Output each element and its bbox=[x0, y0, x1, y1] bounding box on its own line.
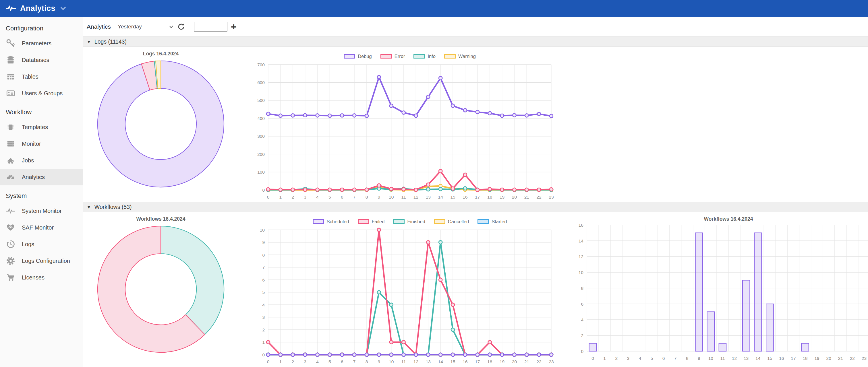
svg-text:0: 0 bbox=[581, 349, 584, 354]
svg-text:23: 23 bbox=[549, 195, 554, 199]
svg-text:1: 1 bbox=[262, 340, 265, 345]
section-header-logs[interactable]: ▼ Logs (11143) bbox=[83, 36, 868, 47]
sidebar-item-system-monitor[interactable]: System Monitor bbox=[0, 203, 83, 219]
sidebar-item-analytics[interactable]: Analytics bbox=[0, 169, 83, 186]
legend-label: Warning bbox=[458, 54, 476, 59]
legend-swatch bbox=[313, 219, 324, 224]
legend-item-debug[interactable]: Debug bbox=[344, 54, 372, 59]
svg-text:20: 20 bbox=[826, 356, 832, 361]
svg-text:5: 5 bbox=[262, 290, 265, 295]
svg-text:17: 17 bbox=[475, 359, 480, 364]
svg-text:10: 10 bbox=[708, 356, 714, 361]
svg-text:7: 7 bbox=[262, 265, 265, 270]
svg-text:15: 15 bbox=[450, 195, 455, 199]
svg-text:2: 2 bbox=[615, 356, 618, 361]
svg-text:10: 10 bbox=[260, 228, 265, 232]
svg-text:15: 15 bbox=[767, 356, 772, 361]
svg-text:2: 2 bbox=[291, 359, 294, 364]
svg-text:700: 700 bbox=[257, 62, 265, 67]
sidebar-item-jobs[interactable]: Jobs bbox=[0, 152, 83, 169]
sidebar-item-saf-monitor[interactable]: SAF Monitor bbox=[0, 219, 83, 236]
svg-text:13: 13 bbox=[744, 356, 749, 361]
date-range-select[interactable]: Yesterday bbox=[117, 22, 175, 31]
legend-item-error[interactable]: Error bbox=[380, 54, 405, 59]
svg-text:0: 0 bbox=[591, 356, 594, 361]
car-icon bbox=[6, 156, 16, 165]
legend-item-warning[interactable]: Warning bbox=[444, 54, 476, 59]
svg-text:9: 9 bbox=[378, 359, 380, 364]
add-button[interactable]: + bbox=[231, 22, 237, 32]
sidebar-item-label: Templates bbox=[22, 124, 48, 131]
svg-text:12: 12 bbox=[732, 356, 737, 361]
sidebar-item-label: Licenses bbox=[22, 274, 44, 281]
sidebar-item-licenses[interactable]: Licenses bbox=[0, 269, 83, 286]
section-header-workflows[interactable]: ▼ Workflows (53) bbox=[83, 202, 868, 212]
chevron-down-icon[interactable] bbox=[59, 5, 67, 12]
workflows-bar-chart[interactable]: 0246810121416012345678910111213141516171… bbox=[570, 223, 868, 363]
legend-label: Failed bbox=[372, 219, 385, 224]
svg-text:7: 7 bbox=[353, 195, 356, 199]
sidebar-item-users-groups[interactable]: Users & Groups bbox=[0, 85, 83, 102]
svg-text:14: 14 bbox=[438, 195, 443, 199]
svg-text:21: 21 bbox=[838, 356, 843, 361]
svg-text:23: 23 bbox=[862, 356, 867, 361]
workflows-line-chart[interactable]: 0123456789101112131415161718192021222301… bbox=[251, 227, 556, 367]
svg-text:5: 5 bbox=[329, 195, 331, 199]
sidebar-item-logs[interactable]: Logs bbox=[0, 236, 83, 253]
svg-text:1: 1 bbox=[279, 359, 282, 364]
legend-swatch bbox=[477, 219, 489, 224]
sidebar-item-label: Logs bbox=[22, 241, 34, 247]
sidebar-item-label: Tables bbox=[22, 73, 38, 80]
workflows-donut-block: Workflows 16.4.2024 bbox=[95, 216, 227, 354]
legend-swatch bbox=[393, 219, 405, 224]
legend-item-cancelled[interactable]: Cancelled bbox=[434, 219, 469, 224]
legend-label: Error bbox=[395, 54, 405, 59]
legend-swatch bbox=[434, 219, 445, 224]
svg-text:11: 11 bbox=[720, 356, 725, 361]
svg-text:4: 4 bbox=[262, 302, 265, 307]
chip-icon bbox=[6, 122, 16, 132]
legend-swatch bbox=[444, 54, 456, 59]
sidebar-item-label: SAF Monitor bbox=[22, 224, 54, 231]
legend-swatch bbox=[344, 54, 355, 59]
svg-text:22: 22 bbox=[537, 359, 541, 364]
sidebar-item-label: Logs Configuration bbox=[22, 258, 70, 264]
svg-text:2: 2 bbox=[262, 327, 265, 332]
section-title: Logs (11143) bbox=[94, 38, 127, 45]
svg-text:8: 8 bbox=[366, 195, 368, 199]
legend-label: Finished bbox=[407, 219, 425, 224]
svg-text:3: 3 bbox=[627, 356, 629, 361]
workflows-donut-chart[interactable] bbox=[95, 223, 227, 354]
svg-text:3: 3 bbox=[304, 195, 306, 199]
legend-item-failed[interactable]: Failed bbox=[358, 219, 385, 224]
sidebar-item-templates[interactable]: Templates bbox=[0, 119, 83, 135]
cart-icon bbox=[6, 273, 16, 282]
svg-text:22: 22 bbox=[537, 195, 541, 199]
refresh-button[interactable] bbox=[177, 22, 185, 31]
svg-text:18: 18 bbox=[487, 359, 492, 364]
svg-text:16: 16 bbox=[463, 359, 467, 364]
sidebar-item-monitor[interactable]: Monitor bbox=[0, 135, 83, 152]
legend-item-finished[interactable]: Finished bbox=[393, 219, 425, 224]
svg-text:18: 18 bbox=[487, 195, 492, 199]
legend-item-info[interactable]: Info bbox=[413, 54, 436, 59]
svg-text:15: 15 bbox=[450, 359, 455, 364]
sidebar-item-parameters[interactable]: Parameters bbox=[0, 35, 83, 52]
new-analytics-input[interactable] bbox=[194, 22, 227, 32]
sidebar-item-databases[interactable]: Databases bbox=[0, 52, 83, 68]
logs-line-chart[interactable]: 0123456789101112131415161718192021222301… bbox=[251, 62, 556, 202]
svg-text:17: 17 bbox=[475, 195, 480, 199]
collapse-triangle-icon: ▼ bbox=[87, 39, 91, 44]
legend-item-scheduled[interactable]: Scheduled bbox=[313, 219, 349, 224]
svg-text:0: 0 bbox=[262, 188, 265, 193]
svg-text:16: 16 bbox=[579, 223, 584, 228]
sidebar-item-logs-configuration[interactable]: Logs Configuration bbox=[0, 253, 83, 269]
legend-item-started[interactable]: Started bbox=[477, 219, 507, 224]
logs-donut-chart[interactable] bbox=[95, 57, 227, 189]
svg-text:19: 19 bbox=[500, 359, 504, 364]
sidebar-item-tables[interactable]: Tables bbox=[0, 68, 83, 85]
svg-text:1: 1 bbox=[603, 356, 606, 361]
workflows-line-legend: ScheduledFailedFinishedCancelledStarted bbox=[251, 216, 556, 227]
svg-text:8: 8 bbox=[366, 359, 368, 364]
svg-text:10: 10 bbox=[389, 195, 394, 199]
